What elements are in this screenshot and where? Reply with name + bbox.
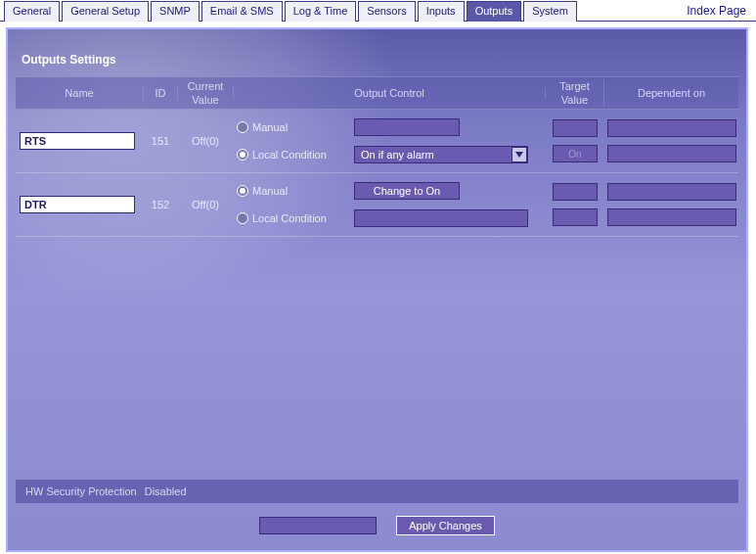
output-row-rts: 151 Off(0) Manual Local Condition On [16, 110, 738, 173]
tab-inputs[interactable]: Inputs [418, 1, 465, 22]
output-current-value: Off(0) [178, 177, 233, 232]
tab-outputs[interactable]: Outputs [467, 1, 522, 22]
hw-security-value: Disabled [145, 485, 187, 497]
apply-changes-button[interactable]: Apply Changes [396, 516, 495, 535]
output-row-dtr: 152 Off(0) Manual Change to On Local Con… [16, 173, 738, 237]
dependent-on-local [607, 145, 736, 162]
tab-email-sms[interactable]: Email & SMS [201, 1, 283, 22]
col-header-id: ID [143, 86, 178, 100]
tab-system[interactable]: System [523, 1, 577, 22]
target-value-manual [553, 183, 598, 201]
chevron-down-icon[interactable] [511, 147, 527, 162]
label-manual: Manual [252, 185, 350, 197]
tab-general-setup[interactable]: General Setup [62, 1, 149, 22]
column-header-row: Name ID Current Value Output Control Tar… [16, 76, 738, 110]
output-name-input[interactable] [20, 196, 135, 213]
local-condition-dropdown[interactable]: On if any alarm [354, 146, 528, 163]
target-value-local [553, 208, 598, 226]
outputs-panel: Outputs Settings Name ID Current Value O… [6, 27, 748, 552]
section-title: Outputs Settings [16, 49, 738, 76]
col-header-name: Name [16, 87, 143, 99]
tab-sensors[interactable]: Sensors [358, 1, 415, 22]
manual-button-disabled [354, 118, 460, 136]
label-local-condition: Local Condition [252, 212, 350, 224]
radio-local-condition[interactable] [237, 149, 248, 161]
tab-log-time[interactable]: Log & Time [285, 1, 357, 22]
dependent-on-manual [607, 119, 736, 137]
dropdown-value: On if any alarm [355, 149, 511, 161]
target-value-local: On [553, 145, 598, 162]
output-name-input[interactable] [20, 132, 135, 150]
output-id: 151 [143, 114, 178, 168]
tab-general[interactable]: General [4, 1, 60, 22]
col-header-target: Target Value [546, 79, 604, 107]
change-to-on-button[interactable]: Change to On [354, 182, 460, 200]
col-header-dependent: Dependent on [604, 87, 738, 99]
local-condition-dropdown-disabled [354, 209, 528, 227]
label-manual: Manual [252, 121, 350, 133]
label-local-condition: Local Condition [252, 149, 350, 161]
col-header-control: Output Control [233, 87, 546, 99]
output-id: 152 [143, 177, 178, 232]
tab-snmp[interactable]: SNMP [151, 1, 200, 22]
hw-security-label: HW Security Protection [25, 485, 137, 497]
dependent-on-manual [607, 183, 736, 201]
radio-local-condition[interactable] [237, 212, 248, 224]
panel-footer: HW Security Protection Disabled Apply Ch… [16, 480, 738, 538]
dependent-on-local [607, 208, 736, 226]
output-current-value: Off(0) [178, 114, 233, 168]
radio-manual[interactable] [237, 121, 248, 133]
radio-manual[interactable] [237, 185, 248, 197]
index-page-link[interactable]: Index Page [687, 0, 756, 21]
tab-bar: General General Setup SNMP Email & SMS L… [0, 0, 756, 22]
hw-security-row: HW Security Protection Disabled [16, 480, 738, 503]
target-value-manual [553, 119, 598, 137]
footer-spacer-box [259, 517, 377, 534]
col-header-current: Current Value [178, 79, 233, 107]
